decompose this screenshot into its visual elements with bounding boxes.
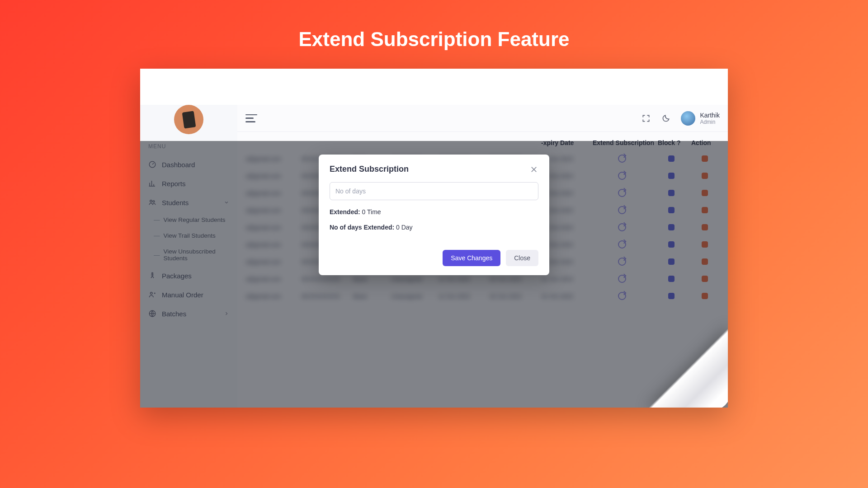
frame-header-spacer bbox=[140, 69, 728, 105]
moon-icon[interactable] bbox=[661, 113, 671, 123]
close-button[interactable]: Close bbox=[506, 250, 538, 266]
modal-title: Extend Subscription bbox=[330, 164, 409, 174]
user-role: Admin bbox=[700, 119, 720, 125]
save-changes-button[interactable]: Save Changes bbox=[443, 250, 500, 266]
app-root: MENU Dashboard Reports Students bbox=[140, 105, 728, 408]
avatar bbox=[681, 111, 695, 126]
screenshot-frame: MENU Dashboard Reports Students bbox=[140, 69, 728, 408]
logo bbox=[174, 105, 203, 134]
fullscreen-icon[interactable] bbox=[641, 113, 651, 123]
extended-times-readout: Extended: 0 Time bbox=[330, 208, 538, 216]
hamburger-icon[interactable] bbox=[245, 114, 257, 122]
user-menu[interactable]: Karthik Admin bbox=[681, 111, 720, 126]
topbar: Karthik Admin bbox=[237, 105, 728, 132]
extended-days-readout: No of days Extended: 0 Day bbox=[330, 224, 538, 231]
no-of-days-input[interactable] bbox=[330, 182, 538, 200]
close-icon[interactable] bbox=[529, 165, 538, 174]
user-name: Karthik bbox=[700, 112, 720, 119]
extend-subscription-modal: Extend Subscription Extended: 0 Time No … bbox=[319, 155, 549, 275]
page-curl-decoration bbox=[649, 329, 728, 408]
page-title: Extend Subscription Feature bbox=[299, 28, 570, 51]
